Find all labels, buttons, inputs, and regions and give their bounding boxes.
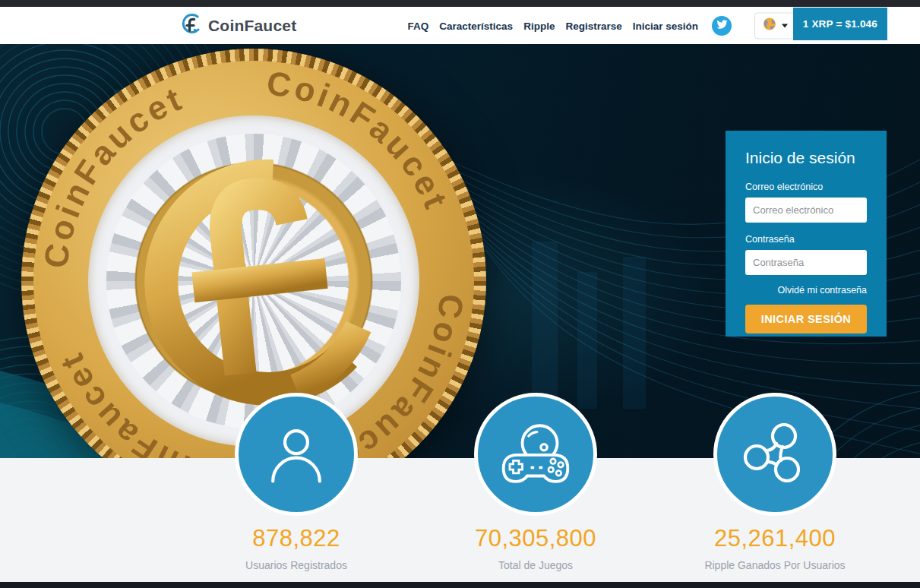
login-panel: Inicio de sesión Correo electrónico Cont…: [726, 131, 887, 337]
nav-ripple[interactable]: Ripple: [523, 20, 555, 31]
nav-faq[interactable]: FAQ: [408, 20, 429, 31]
password-field[interactable]: [745, 250, 867, 275]
forgot-password-link[interactable]: Olvidé mi contraseña: [745, 285, 867, 296]
language-selector[interactable]: [754, 12, 796, 39]
globe-icon: [763, 17, 776, 34]
main-nav: FAQ Características Ripple Registrarse I…: [408, 20, 698, 31]
stat-total-games: 70,305,800 Total de Juegos: [422, 393, 650, 571]
email-field[interactable]: [745, 198, 867, 223]
brand-name: CoinFaucet: [208, 17, 296, 35]
login-submit-button[interactable]: INICIAR SESIÓN: [745, 305, 867, 334]
coinfaucet-logo-icon: [181, 13, 202, 39]
stat-value: 25,261,400: [661, 525, 889, 552]
twitter-bird-icon: [716, 19, 728, 33]
password-label: Contraseña: [745, 234, 867, 245]
coinfaucet-landing-page: CoinFaucet FAQ Características Ripple Re…: [0, 0, 920, 588]
stat-ripple-earned: 25,261,400 Ripple Ganados Por Usuarios: [661, 393, 889, 571]
nav-features[interactable]: Características: [439, 20, 513, 31]
xrp-rate-text: 1 XRP = $1.046: [803, 18, 877, 30]
ripple-icon: [713, 393, 836, 516]
chevron-down-icon: [782, 24, 788, 27]
gamepad-icon: [474, 393, 597, 516]
stat-label: Total de Juegos: [422, 559, 650, 571]
user-icon: [235, 393, 358, 516]
xrp-rate-badge: 1 XRP = $1.046: [793, 8, 887, 40]
coin-f-logo: [119, 146, 389, 416]
stat-registered-users: 878,822 Usuarios Registrados: [182, 393, 410, 571]
stat-value: 70,305,800: [422, 525, 650, 552]
window-top-strip: [0, 0, 920, 7]
login-title: Inicio de sesión: [745, 149, 867, 167]
stat-label: Usuarios Registrados: [182, 559, 410, 571]
email-label: Correo electrónico: [745, 182, 867, 192]
nav-login[interactable]: Iniciar sesión: [633, 20, 698, 31]
stat-label: Ripple Ganados Por Usuarios: [661, 559, 889, 571]
site-header: CoinFaucet FAQ Características Ripple Re…: [0, 7, 920, 44]
stat-value: 878,822: [182, 525, 410, 552]
twitter-button[interactable]: [712, 16, 732, 36]
window-bottom-strip: [0, 582, 920, 588]
brand-logo[interactable]: CoinFaucet: [181, 13, 296, 39]
nav-register[interactable]: Registrarse: [565, 20, 621, 31]
